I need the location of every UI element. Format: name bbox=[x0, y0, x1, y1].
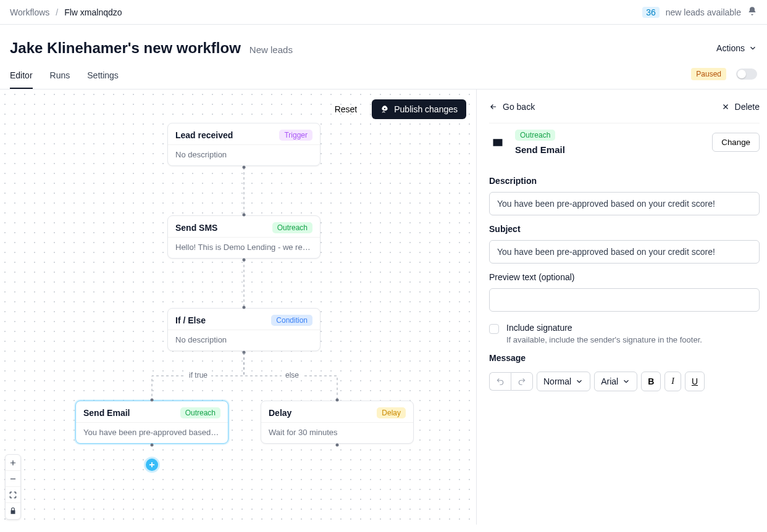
publish-button[interactable]: Publish changes bbox=[372, 99, 466, 119]
message-label: Message bbox=[489, 353, 760, 363]
undo-icon bbox=[496, 377, 505, 386]
underline-button[interactable]: U bbox=[685, 372, 705, 391]
envelope-icon bbox=[489, 134, 506, 151]
expand-icon bbox=[9, 491, 17, 499]
lock-icon bbox=[9, 507, 17, 515]
page-subtitle: New leads bbox=[249, 44, 293, 55]
close-icon bbox=[721, 102, 730, 111]
node-description: Wait for 30 minutes bbox=[269, 428, 406, 437]
description-input[interactable] bbox=[489, 192, 760, 215]
breadcrumb-current: Flw xmalnqdzo bbox=[64, 7, 122, 17]
node-delay[interactable]: Delay Delay Wait for 30 minutes bbox=[261, 401, 414, 444]
subject-input[interactable] bbox=[489, 240, 760, 264]
actions-menu[interactable]: Actions bbox=[716, 43, 757, 53]
subject-label: Subject bbox=[489, 224, 760, 234]
chevron-down-icon bbox=[622, 377, 631, 386]
plus-icon bbox=[9, 459, 17, 467]
zoom-out-button[interactable] bbox=[6, 471, 20, 487]
step-badge: Outreach bbox=[515, 130, 555, 141]
status-badge: Paused bbox=[691, 68, 726, 80]
node-send-sms[interactable]: Send SMS Outreach Hello! This is Demo Le… bbox=[167, 215, 321, 259]
rocket-icon bbox=[380, 105, 389, 114]
node-condition[interactable]: If / Else Condition No description bbox=[167, 308, 321, 351]
leads-count-badge[interactable]: 36 bbox=[642, 7, 660, 18]
zoom-in-button[interactable] bbox=[6, 455, 20, 471]
node-badge: Outreach bbox=[180, 407, 220, 418]
undo-button[interactable] bbox=[489, 372, 511, 391]
node-description: No description bbox=[175, 335, 312, 344]
delete-button[interactable]: Delete bbox=[721, 102, 760, 112]
node-trigger[interactable]: Lead received Trigger No description bbox=[167, 123, 321, 166]
include-signature-help: If available, include the sender's signa… bbox=[506, 335, 702, 344]
minus-icon bbox=[9, 475, 17, 483]
font-select[interactable]: Arial bbox=[594, 372, 637, 391]
redo-button[interactable] bbox=[511, 372, 533, 391]
change-step-button[interactable]: Change bbox=[712, 133, 760, 152]
node-title: Delay bbox=[269, 408, 291, 418]
tab-runs[interactable]: Runs bbox=[50, 64, 70, 89]
italic-button[interactable]: I bbox=[664, 372, 681, 391]
step-name: Send Email bbox=[515, 144, 565, 155]
node-title: If / Else bbox=[175, 315, 206, 325]
preview-label: Preview text (optional) bbox=[489, 272, 760, 282]
svg-point-9 bbox=[151, 444, 154, 447]
heading-select[interactable]: Normal bbox=[537, 372, 590, 391]
include-signature-label: Include signature bbox=[506, 323, 702, 333]
node-title: Lead received bbox=[175, 130, 233, 140]
add-step-button[interactable] bbox=[146, 459, 158, 471]
page-title: Jake Klinehamer's new workflow bbox=[10, 39, 241, 57]
node-badge: Trigger bbox=[279, 130, 312, 141]
arrow-left-icon bbox=[489, 102, 498, 111]
reset-button[interactable]: Reset bbox=[326, 99, 366, 119]
tab-settings[interactable]: Settings bbox=[87, 64, 119, 89]
workflow-canvas[interactable]: Reset Publish changes bbox=[0, 89, 477, 525]
node-title: Send SMS bbox=[175, 223, 217, 233]
notifications-icon[interactable] bbox=[747, 6, 757, 18]
breadcrumb: Workflows / Flw xmalnqdzo bbox=[10, 7, 122, 17]
svg-point-1 bbox=[243, 166, 246, 169]
svg-point-4 bbox=[243, 259, 246, 262]
chevron-down-icon bbox=[575, 377, 584, 386]
plus-icon bbox=[148, 460, 156, 469]
node-title: Send Email bbox=[83, 408, 130, 418]
node-send-email[interactable]: Send Email Outreach You have been pre-ap… bbox=[75, 401, 228, 444]
description-label: Description bbox=[489, 176, 760, 186]
node-description: You have been pre-approved based on... bbox=[83, 428, 220, 437]
svg-point-6 bbox=[243, 351, 246, 354]
breadcrumb-separator: / bbox=[56, 7, 58, 17]
edge-label-if-true: if true bbox=[185, 370, 211, 380]
workflow-active-toggle[interactable] bbox=[736, 69, 757, 80]
breadcrumb-root[interactable]: Workflows bbox=[10, 7, 49, 17]
lock-button[interactable] bbox=[6, 503, 20, 519]
chevron-down-icon bbox=[748, 44, 757, 52]
node-description: Hello! This is Demo Lending - we recei..… bbox=[175, 243, 312, 252]
node-badge: Delay bbox=[377, 407, 406, 418]
bold-button[interactable]: B bbox=[641, 372, 661, 391]
node-badge: Outreach bbox=[272, 222, 312, 233]
preview-input[interactable] bbox=[489, 288, 760, 312]
node-badge: Condition bbox=[271, 315, 312, 326]
message-toolbar: Normal Arial B I U bbox=[489, 372, 760, 391]
fit-view-button[interactable] bbox=[6, 487, 20, 503]
tab-editor[interactable]: Editor bbox=[10, 64, 33, 89]
svg-point-10 bbox=[336, 444, 339, 447]
edge-label-else: else bbox=[282, 370, 303, 380]
redo-icon bbox=[518, 377, 526, 386]
go-back-button[interactable]: Go back bbox=[489, 102, 535, 112]
include-signature-checkbox[interactable] bbox=[489, 324, 499, 334]
leads-text: new leads available bbox=[666, 7, 741, 17]
node-description: No description bbox=[175, 150, 312, 159]
